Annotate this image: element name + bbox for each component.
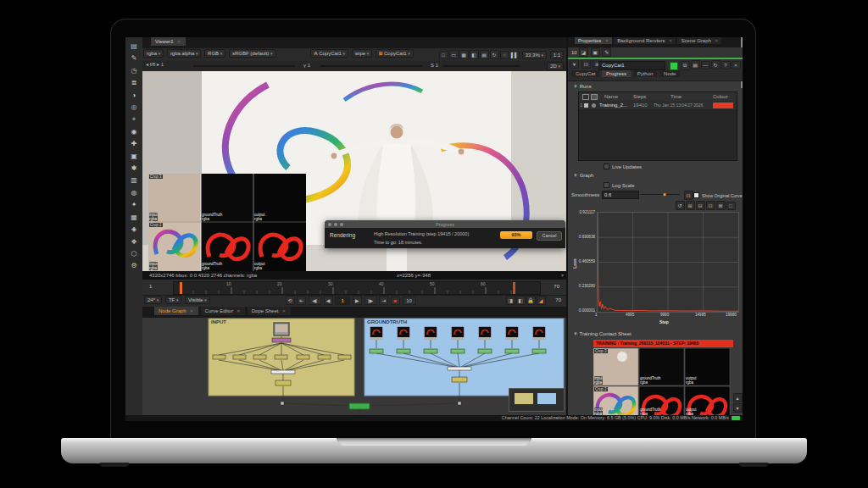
step-forward-button[interactable]: ▶ — [353, 296, 362, 305]
pin-icon[interactable]: ◪ — [579, 47, 588, 57]
zoom-in-icon[interactable]: ⊡ — [706, 201, 715, 210]
max-panels-field[interactable]: 10 — [571, 50, 577, 55]
animation-menu-icon[interactable]: ⊡ — [684, 191, 693, 200]
node-enabled-toggle[interactable] — [670, 62, 678, 70]
layer-dropdown[interactable]: rgba ▾ — [143, 49, 164, 58]
step-back-button[interactable]: ◀ — [324, 296, 333, 305]
transform-icon[interactable]: ✚ — [125, 138, 142, 150]
roi-icon[interactable]: ▦ — [459, 50, 469, 59]
close-icon[interactable]: × — [715, 38, 718, 43]
show-original-row[interactable]: Show Original Curve — [693, 192, 743, 198]
go-start-button[interactable]: ⇤ — [297, 296, 306, 305]
run-colour-swatch[interactable] — [713, 103, 733, 108]
range-mode-dropdown[interactable]: Visible ▾ — [185, 296, 210, 304]
close-icon[interactable]: × — [190, 308, 193, 313]
runs-table[interactable]: Name Steps Time Colour 1 Training_2... 1… — [578, 92, 737, 161]
center-node-icon[interactable]: ⊡ — [581, 59, 591, 69]
gain-control[interactable]: ◂ f/8 ▸ 1 — [146, 62, 164, 67]
live-updates-row[interactable]: Live Updates — [604, 164, 642, 169]
chevron-down-icon[interactable]: ▾ — [561, 271, 564, 280]
row-visible-toggle[interactable] — [592, 103, 596, 108]
frames-icon[interactable]: ▌▌ — [510, 51, 520, 59]
tab-node[interactable]: Node — [659, 70, 680, 77]
sat-control[interactable]: S 1 — [431, 63, 438, 68]
clear-panels-icon[interactable]: ▣ — [591, 47, 600, 57]
backdrop-input-label[interactable]: INPUT — [211, 319, 226, 324]
in-point-icon[interactable]: ◨ — [506, 296, 515, 305]
zoom-dropdown[interactable]: 33.3% ▾ — [522, 51, 547, 59]
wipe-icon[interactable]: ◧ — [470, 50, 479, 59]
tab-properties[interactable]: Properties × — [575, 37, 612, 44]
current-frame-field[interactable]: 1 — [335, 297, 350, 305]
log-scale-row[interactable]: Log Scale — [604, 182, 635, 188]
merge-icon[interactable]: ◉ — [125, 126, 142, 138]
pause-icon[interactable]: ○ — [500, 51, 509, 59]
collapse-icon[interactable]: ▾ — [570, 59, 579, 69]
tab-node-graph[interactable]: Node Graph × — [154, 307, 198, 315]
alpha-dropdown[interactable]: rgba.alpha ▾ — [167, 49, 202, 58]
close-icon[interactable]: × — [605, 38, 609, 43]
scroll-up-icon[interactable]: ▴ — [733, 393, 743, 402]
table-row[interactable]: 1 Training_2... 19410 Thu Jan 15 13:04:2… — [579, 101, 737, 109]
reset-zoom-icon[interactable]: ↺ — [676, 201, 685, 210]
draw-icon[interactable]: ✎ — [125, 53, 142, 64]
color-icon[interactable]: ◑ — [125, 90, 142, 102]
revert-icon[interactable]: ↻ — [711, 60, 721, 69]
scroll-down-icon[interactable]: ▾ — [733, 403, 743, 413]
fps-dropdown[interactable]: 24* ▾ — [144, 296, 162, 304]
pixel-aspect-dropdown[interactable]: 1:1 — [550, 51, 564, 59]
minus-icon[interactable]: — — [701, 61, 710, 69]
out-point-icon[interactable]: ◧ — [516, 296, 526, 305]
input-b-dropdown[interactable]: B CopyCat1 ▾ — [376, 49, 414, 58]
training-contact-sheet[interactable]: Crop 3 Crop 2 inputrgba groundTruthrgba … — [593, 348, 731, 415]
loop-icon[interactable]: ⟲ — [286, 296, 295, 305]
gamma-slider[interactable] — [320, 65, 422, 67]
sat-slider[interactable] — [443, 65, 520, 67]
folder-icon[interactable]: ▤ — [691, 60, 700, 69]
close-icon[interactable]: × — [282, 308, 286, 313]
slider-handle[interactable]: ◆ — [663, 191, 666, 197]
range-end-marker[interactable] — [513, 282, 515, 294]
tab-dope-sheet[interactable]: Dope Sheet × — [248, 307, 291, 315]
tab-viewer1[interactable]: Viewer1 × — [151, 37, 186, 46]
close-icon[interactable]: × — [669, 38, 672, 43]
views-icon[interactable]: ◍ — [125, 187, 142, 199]
frame-increment-field[interactable]: 10 — [403, 297, 416, 305]
tab-scene-graph[interactable]: Scene Graph × — [677, 37, 721, 44]
contact-sheet-section[interactable]: ▼ Training Contact Sheet — [573, 331, 632, 336]
help-icon[interactable]: ? — [721, 61, 731, 69]
image-icon[interactable]: ▤ — [125, 41, 142, 53]
zoom-x-icon[interactable]: ⊞ — [686, 201, 695, 210]
timeline-ruler[interactable]: 10 20 30 40 50 60 — [173, 281, 541, 295]
tab-copycat[interactable]: CopyCat — [571, 70, 599, 77]
copy-icon[interactable]: ⧉ — [681, 61, 690, 70]
prev-keyframe-button[interactable]: ◀| — [309, 296, 321, 305]
close-icon[interactable]: × — [177, 39, 181, 44]
gamma-control[interactable]: γ 1 — [303, 63, 310, 68]
checker-icon[interactable]: ▤ — [480, 50, 489, 59]
deep-icon[interactable]: ▥ — [125, 175, 142, 186]
metadata-icon[interactable]: ✦ — [125, 199, 142, 211]
graph-section[interactable]: ▼ Graph — [573, 173, 593, 178]
viewer-image[interactable]: Crop 3 Crop 2 inputrgba groundTruthrgba … — [142, 71, 566, 271]
input-a-dropdown[interactable]: A CopyCat1 ▾ — [310, 49, 348, 58]
backdrop-gt-label[interactable]: GROUNDTRUTH — [367, 319, 407, 324]
tab-background-renders[interactable]: Background Renders × — [614, 37, 676, 44]
tab-curve-editor[interactable]: Curve Editor × — [201, 307, 246, 315]
smoothness-slider[interactable] — [641, 194, 680, 195]
lock-icon[interactable]: 🔒 — [526, 296, 536, 305]
live-updates-checkbox[interactable] — [604, 164, 609, 169]
other-icon[interactable]: ❖ — [125, 236, 142, 248]
settings-icon[interactable]: ⚙ — [125, 260, 142, 272]
next-keyframe-button[interactable]: |▶ — [364, 296, 377, 305]
fullframe-icon[interactable]: □ — [439, 51, 448, 59]
colorspace-dropdown[interactable]: sRGBF (default) ▾ — [229, 49, 276, 58]
cancel-button[interactable]: Cancel — [537, 231, 562, 241]
toolsets-icon[interactable]: ▦ — [125, 212, 142, 224]
col-colour[interactable]: Colour — [713, 94, 728, 99]
zoom-out-icon[interactable]: ⊠ — [716, 201, 726, 210]
fit-icon[interactable]: □ — [726, 202, 736, 210]
refresh-icon[interactable]: ↻ — [490, 50, 499, 59]
filter-icon[interactable]: ◎ — [125, 102, 142, 114]
tab-progress[interactable]: Progress — [602, 70, 631, 77]
